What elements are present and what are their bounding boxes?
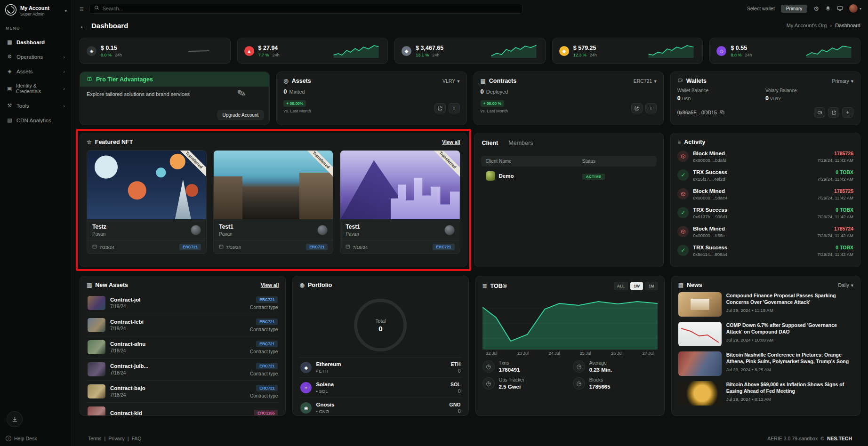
help-desk-link[interactable]: ? Help Desk <box>5 436 67 441</box>
nft-card[interactable]: Transferred Testz Pavan <box>87 150 207 254</box>
contracts-export-button[interactable] <box>631 103 643 113</box>
download-button[interactable] <box>7 411 23 427</box>
transferred-ribbon: Transferred <box>302 151 333 179</box>
wallet-add-button[interactable]: + <box>842 107 853 118</box>
portfolio-row[interactable]: ≡ Solana• SOL SOL0 <box>299 377 461 398</box>
wallet-export-button[interactable] <box>828 107 839 118</box>
search-bar[interactable] <box>89 4 522 14</box>
contracts-add-button[interactable]: + <box>645 103 657 113</box>
asset-date: 7/19/24 <box>110 304 245 309</box>
sidebar-item-dashboard[interactable]: ▦ Dashboard <box>5 35 67 49</box>
client-status-badge: ACTIVE <box>582 174 605 180</box>
news-frequency-selector[interactable]: Daily▾ <box>838 282 853 288</box>
activity-item[interactable]: ✓ TRX Success0x5e114....808a4 0 TOBX7/29… <box>677 241 853 260</box>
range-1m-button[interactable]: 1M <box>645 282 658 290</box>
client-table-row[interactable]: Demo ACTIVE <box>481 167 657 185</box>
portfolio-ticker: SOL <box>450 382 461 387</box>
wallets-summary-card: Wallets Primary▾ Wallet Balance 0USD Vol… <box>670 72 860 125</box>
volary-balance-value: 0 <box>765 95 769 102</box>
tab-client[interactable]: Client <box>482 140 498 146</box>
sidebar-item-identity-credentials[interactable]: ▣ Identity & Credentials › <box>5 79 67 98</box>
portfolio-row[interactable]: ◉ Gnosis• GNO GNO0 <box>299 398 461 416</box>
asset-name: Contract-kid <box>110 410 249 416</box>
activity-type: Block Mined <box>693 226 813 231</box>
settings-gear-icon[interactable]: ⚙ <box>813 5 819 12</box>
featured-nft-view-all-link[interactable]: View all <box>442 139 460 145</box>
pro-tier-title: Pro Tier Advantages <box>96 76 153 83</box>
notifications-bell-icon[interactable] <box>825 6 831 11</box>
news-item[interactable]: COMP Down 6.7% after Supposed 'Governanc… <box>678 322 853 346</box>
assets-export-button[interactable] <box>434 103 446 113</box>
tob-chart-icon: ≣ <box>482 283 487 289</box>
range-1w-button[interactable]: 1W <box>630 282 643 290</box>
asset-row[interactable]: Contract-juib...7/18/24 ERC721Contract t… <box>87 358 279 381</box>
footer-privacy-link[interactable]: Privacy <box>108 436 124 441</box>
token-stat-card[interactable]: ◇ $ 0.55 8.8 %24h <box>709 38 860 64</box>
activity-hash: 0x5e114....808a4 <box>693 252 813 257</box>
assets-add-button[interactable]: + <box>449 103 460 113</box>
copy-address-icon[interactable] <box>720 110 725 116</box>
news-item[interactable]: Bitcoin Above $69,000 as Inflation Shows… <box>678 381 853 406</box>
tab-members[interactable]: Members <box>508 140 533 146</box>
range-all-button[interactable]: ALL <box>614 282 628 290</box>
wallets-selector[interactable]: Primary▾ <box>832 78 853 84</box>
news-thumbnail <box>678 292 722 317</box>
menu-toggle-icon[interactable]: ≡ <box>80 5 84 13</box>
x-tick: 24 Jul <box>548 351 560 356</box>
activity-type: TRX Success <box>693 169 813 175</box>
breadcrumb-page: Dashboard <box>835 23 860 28</box>
news-item[interactable]: Compound Finance Proposal Passes Sparkin… <box>678 292 853 317</box>
nft-creator-avatar <box>444 225 455 235</box>
sidebar-item-tools[interactable]: ⚒ Tools › <box>5 99 67 112</box>
operations-gear-icon: ⚙ <box>7 54 13 60</box>
activity-type: TRX Success <box>693 207 813 213</box>
breadcrumb-org-link[interactable]: My Account's Org <box>787 23 827 28</box>
news-item[interactable]: Bitcoin Nashville Conference in Pictures… <box>678 351 853 376</box>
new-assets-view-all-link[interactable]: View all <box>261 282 279 288</box>
activity-item[interactable]: Block Mined0x00000....bdafd 17857267/29/… <box>677 147 853 166</box>
nft-card[interactable]: Transferred Test1 Pavan <box>213 150 333 254</box>
activity-item[interactable]: Block Mined0x00000....ff55e 17857247/29/… <box>677 223 853 241</box>
asset-row[interactable]: Contract-jol7/19/24 ERC721Contract type <box>87 292 279 314</box>
activity-item[interactable]: ✓ TRX Success0x6137b....936d1 0 TOBX7/29… <box>677 204 853 223</box>
activity-item[interactable]: Block Mined0x00000....58ac4 17857257/29/… <box>677 185 853 204</box>
token-stat-card[interactable]: ▲ $ 27.94 7.7 %24h <box>237 38 388 64</box>
footer-terms-link[interactable]: Terms <box>88 436 102 441</box>
sidebar-item-operations[interactable]: ⚙ Operations › <box>5 50 67 64</box>
asset-row[interactable]: Contract-afnu7/18/24 ERC721Contract type <box>87 336 279 358</box>
wallet-manage-button[interactable] <box>814 107 825 118</box>
footer-separator: | <box>128 436 129 441</box>
asset-row[interactable]: Contract-bajo7/18/24 ERC721Contract type <box>87 381 279 403</box>
portfolio-row[interactable]: ◆ Ethereum• ETH ETH0 <box>299 357 461 377</box>
token-value: $ 579.25 <box>573 45 596 51</box>
token-stat-card[interactable]: ◆ $ 579.25 12.3 %24h <box>552 38 703 64</box>
nft-card[interactable]: Transferred Test1 Pavan <box>340 150 460 254</box>
footer-faq-link[interactable]: FAQ <box>132 436 142 441</box>
asset-name: Contract-bajo <box>110 385 245 391</box>
token-icon: ◈ <box>87 46 96 56</box>
sidebar-item-cdn-analytics[interactable]: ▤ CDN Analytics <box>5 113 67 127</box>
upgrade-account-button[interactable]: Upgrade Account <box>217 110 264 120</box>
display-monitor-icon[interactable] <box>837 6 843 11</box>
nft-date: 7/23/24 <box>99 245 114 250</box>
search-input[interactable] <box>103 6 518 11</box>
token-stat-card[interactable]: ◆ $ 3,467.65 13.1 %24h <box>394 38 546 64</box>
wallet-primary-button[interactable]: Primary <box>781 5 807 13</box>
contracts-type-selector[interactable]: ERC721▾ <box>634 78 657 84</box>
new-assets-box-icon: ▥ <box>87 282 92 288</box>
asset-row[interactable]: Contract-kid ERC1155 <box>87 403 279 416</box>
asset-row[interactable]: Contract-lebi7/19/24 ERC721Contract type <box>87 314 279 336</box>
account-switcher[interactable]: My Account Super Admin ▾ <box>5 4 67 17</box>
analytics-chart-icon: ▤ <box>7 117 13 123</box>
user-avatar-menu[interactable]: ▾ <box>849 4 861 13</box>
token-stat-card[interactable]: ◈ $ 0.15 0.0 %24h <box>80 38 231 64</box>
sidebar-item-assets[interactable]: ◈ Assets › <box>5 64 67 78</box>
asset-thumbnail <box>88 406 105 416</box>
asset-type: Contract type <box>250 327 278 332</box>
assets-token-selector[interactable]: VLRY▾ <box>442 78 460 84</box>
select-wallet-label: Select wallet <box>747 6 775 11</box>
user-avatar <box>849 4 858 13</box>
topbar: ≡ Select wallet Primary ⚙ <box>72 0 868 15</box>
activity-item[interactable]: ✓ TRX Success0x15f17....4ef2d 0 TOBX7/29… <box>677 166 853 185</box>
back-arrow-icon[interactable]: ← <box>80 22 87 30</box>
